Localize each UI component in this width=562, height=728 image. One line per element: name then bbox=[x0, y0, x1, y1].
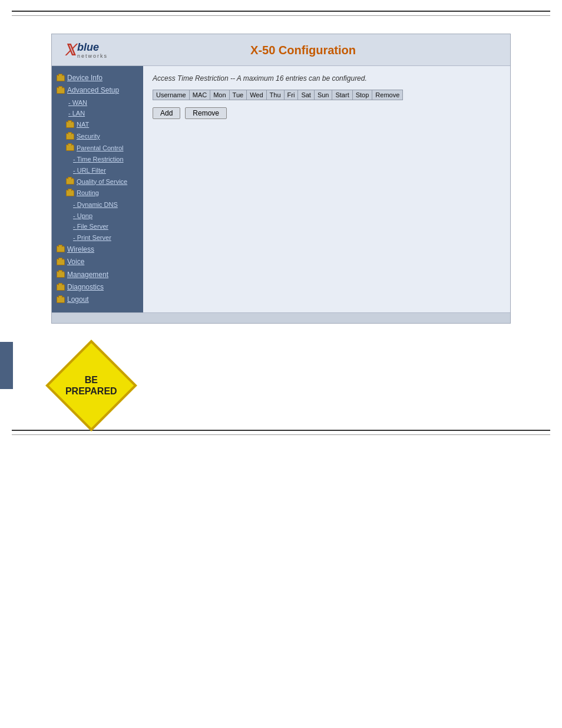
nav-parental-control[interactable]: Parental Control bbox=[57, 143, 138, 154]
wan-link[interactable]: - WAN bbox=[68, 97, 138, 108]
warning-sign: BEPREPARED bbox=[45, 340, 137, 431]
nav-device-info[interactable]: Device Info bbox=[57, 72, 138, 84]
file-server-link[interactable]: - File Server bbox=[73, 221, 138, 232]
nav-management[interactable]: Management bbox=[57, 269, 138, 281]
col-stop: Stop bbox=[352, 90, 372, 100]
url-filter-link[interactable]: - URL Filter bbox=[73, 165, 138, 176]
management-link[interactable]: Management bbox=[67, 269, 108, 281]
security-link[interactable]: Security bbox=[77, 131, 100, 142]
restriction-text: Access Time Restriction -- A maximum 16 … bbox=[153, 74, 501, 83]
lan-link[interactable]: - LAN bbox=[68, 108, 138, 119]
nav-routing[interactable]: Routing bbox=[57, 187, 138, 199]
config-body: Device Info Advanced Setup - WAN - LAN N… bbox=[52, 66, 510, 312]
print-server-link[interactable]: - Print Server bbox=[73, 232, 138, 243]
nav-security[interactable]: Security bbox=[57, 131, 138, 142]
warning-area: BEPREPARED bbox=[47, 341, 562, 430]
nav-print-server[interactable]: - Print Server bbox=[57, 232, 138, 243]
voice-link[interactable]: Voice bbox=[67, 256, 84, 268]
folder-icon-security bbox=[66, 133, 74, 140]
time-restriction-link[interactable]: - Time Restriction bbox=[73, 154, 138, 165]
advanced-setup-link[interactable]: Advanced Setup bbox=[67, 84, 119, 96]
upnp-link[interactable]: - Upnp bbox=[73, 210, 138, 222]
device-info-link[interactable]: Device Info bbox=[67, 72, 103, 84]
nav-time-restriction[interactable]: - Time Restriction bbox=[57, 154, 138, 165]
main-content: Access Time Restriction -- A maximum 16 … bbox=[143, 66, 510, 312]
logout-link[interactable]: Logout bbox=[67, 294, 89, 305]
nav-wireless[interactable]: Wireless bbox=[57, 243, 138, 255]
nav-lan[interactable]: - LAN bbox=[57, 108, 138, 119]
folder-icon-wireless bbox=[57, 246, 65, 252]
side-tab bbox=[0, 342, 13, 389]
nav-logout[interactable]: Logout bbox=[57, 294, 138, 305]
folder-icon-logout bbox=[57, 297, 65, 303]
col-wed: Wed bbox=[247, 90, 266, 100]
top-rule-thick bbox=[12, 11, 550, 12]
bottom-rule-thin bbox=[12, 434, 550, 435]
remove-button[interactable]: Remove bbox=[185, 107, 227, 119]
logo-x: 𝕏 bbox=[64, 41, 76, 60]
config-header: 𝕏 blue networks X-50 Configuration bbox=[52, 34, 510, 66]
nav-wan[interactable]: - WAN bbox=[57, 97, 138, 108]
page-title: X-50 Configuration bbox=[108, 44, 498, 57]
button-row: Add Remove bbox=[153, 107, 501, 119]
dynamic-dns-link[interactable]: - Dynamic DNS bbox=[73, 199, 138, 210]
routing-link[interactable]: Routing bbox=[77, 187, 99, 199]
sidebar: Device Info Advanced Setup - WAN - LAN N… bbox=[52, 66, 143, 312]
qos-link[interactable]: Quality of Service bbox=[77, 176, 127, 187]
diagnostics-link[interactable]: Diagnostics bbox=[67, 281, 104, 293]
folder-icon-routing bbox=[66, 190, 74, 196]
logo-blue-text: blue bbox=[77, 42, 108, 54]
nav-voice[interactable]: Voice bbox=[57, 256, 138, 268]
folder-icon-nat bbox=[66, 121, 74, 128]
config-panel: 𝕏 blue networks X-50 Configuration Devic… bbox=[51, 34, 511, 324]
folder-icon-voice bbox=[57, 259, 65, 265]
wireless-link[interactable]: Wireless bbox=[67, 243, 94, 255]
col-thu: Thu bbox=[266, 90, 284, 100]
nav-qos[interactable]: Quality of Service bbox=[57, 176, 138, 187]
folder-icon-device-info bbox=[57, 75, 65, 81]
nav-advanced-setup[interactable]: Advanced Setup bbox=[57, 84, 138, 96]
col-sun: Sun bbox=[314, 90, 332, 100]
folder-icon-qos bbox=[66, 178, 74, 185]
folder-icon-diagnostics bbox=[57, 284, 65, 291]
col-mon: Mon bbox=[210, 90, 229, 100]
folder-icon-management bbox=[57, 271, 65, 278]
col-username: Username bbox=[153, 90, 190, 100]
col-mac: MAC bbox=[189, 90, 210, 100]
nav-nat[interactable]: NAT bbox=[57, 119, 138, 130]
access-table: Username MAC Mon Tue Wed Thu Fri Sat Sun… bbox=[153, 90, 403, 100]
parental-control-link[interactable]: Parental Control bbox=[77, 143, 124, 154]
add-button[interactable]: Add bbox=[153, 107, 180, 119]
logo-networks: networks bbox=[77, 53, 108, 59]
logo-blue: blue networks bbox=[77, 42, 108, 60]
folder-icon-advanced-setup bbox=[57, 87, 65, 94]
logo: 𝕏 blue networks bbox=[64, 41, 108, 60]
nav-url-filter[interactable]: - URL Filter bbox=[57, 165, 138, 176]
warning-text: BEPREPARED bbox=[65, 374, 117, 396]
nav-dynamic-dns[interactable]: - Dynamic DNS bbox=[57, 199, 138, 210]
top-rule-thin bbox=[12, 15, 550, 16]
col-tue: Tue bbox=[229, 90, 247, 100]
nav-diagnostics[interactable]: Diagnostics bbox=[57, 281, 138, 293]
config-footer bbox=[52, 312, 510, 323]
col-remove: Remove bbox=[372, 90, 403, 100]
col-start: Start bbox=[332, 90, 352, 100]
nav-upnp[interactable]: - Upnp bbox=[57, 210, 138, 222]
folder-icon-parental bbox=[66, 144, 74, 151]
col-fri: Fri bbox=[284, 90, 298, 100]
nav-file-server[interactable]: - File Server bbox=[57, 221, 138, 232]
col-sat: Sat bbox=[298, 90, 315, 100]
nat-link[interactable]: NAT bbox=[77, 119, 89, 130]
